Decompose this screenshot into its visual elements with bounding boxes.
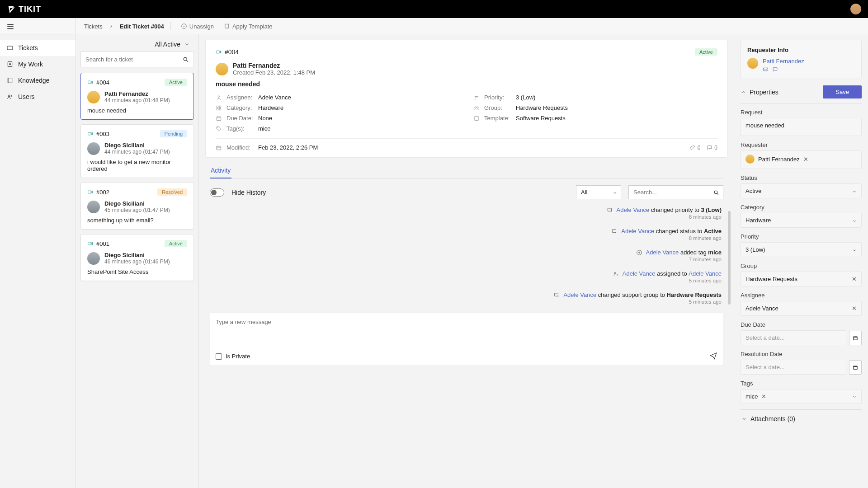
ticket-time: 45 minutes ago (01:47 PM) bbox=[104, 207, 170, 213]
chat-icon[interactable] bbox=[772, 66, 778, 72]
requester-title: Requester Info bbox=[747, 47, 855, 53]
activity-filter[interactable]: All bbox=[576, 185, 621, 199]
ticket-type-icon bbox=[87, 189, 94, 195]
ticket-title: mouse needed bbox=[87, 107, 187, 114]
category-icon bbox=[216, 105, 222, 111]
nav-users[interactable]: Users bbox=[0, 89, 75, 105]
checkbox-icon bbox=[216, 353, 222, 360]
clear-icon[interactable]: ✕ bbox=[761, 393, 766, 400]
clear-icon[interactable]: ✕ bbox=[852, 276, 857, 282]
nav-mywork[interactable]: My Work bbox=[0, 56, 75, 72]
category-select[interactable]: Hardware bbox=[741, 213, 862, 228]
calendar-button[interactable] bbox=[849, 331, 862, 345]
duedate-input[interactable]: Select a date... bbox=[741, 330, 846, 345]
template-icon bbox=[473, 115, 480, 122]
ticket-id: #002 bbox=[96, 189, 109, 196]
send-button[interactable] bbox=[709, 352, 717, 361]
filter-dropdown[interactable]: All Active bbox=[76, 34, 198, 52]
priority-select[interactable]: 3 (Low) bbox=[741, 242, 862, 257]
ticket-column: All Active #004 Active Patti Fernandez 4… bbox=[76, 34, 199, 488]
user-avatar-top[interactable] bbox=[850, 4, 861, 14]
activity-item: Adele Vance assigned to Adele Vance 5 mi… bbox=[212, 270, 722, 283]
activity-time: 8 minutes ago bbox=[212, 235, 722, 241]
search-icon bbox=[713, 190, 719, 196]
ticket-title: something up with email? bbox=[87, 217, 187, 224]
activity-search[interactable] bbox=[628, 185, 723, 199]
user-avatar bbox=[87, 201, 100, 213]
priority-icon bbox=[473, 94, 480, 101]
attachments-header[interactable]: Attachments (0) bbox=[741, 409, 862, 424]
activity-icon bbox=[613, 271, 619, 277]
logo-icon bbox=[7, 4, 17, 14]
chevron-down-icon bbox=[741, 416, 747, 422]
detail-avatar bbox=[216, 63, 228, 75]
topbar: TIKIT bbox=[0, 0, 868, 18]
tags-input[interactable]: mice✕ bbox=[741, 389, 862, 404]
user-avatar bbox=[87, 91, 100, 103]
modified-icon bbox=[216, 145, 222, 151]
template-icon bbox=[224, 23, 230, 29]
nav-tickets[interactable]: Tickets bbox=[0, 40, 75, 56]
resdate-input[interactable]: Select a date... bbox=[741, 360, 846, 375]
detail-user: Patti Fernandez bbox=[233, 62, 315, 69]
assignee-input[interactable]: Adele Vance✕ bbox=[741, 301, 862, 316]
ticket-time: 44 minutes ago (01:47 PM) bbox=[104, 149, 170, 155]
clear-icon[interactable]: ✕ bbox=[852, 305, 857, 312]
save-button[interactable]: Save bbox=[823, 85, 862, 99]
properties-header[interactable]: Properties bbox=[741, 89, 778, 96]
compose-input[interactable] bbox=[210, 313, 723, 347]
requester-avatar bbox=[747, 58, 758, 69]
comment-icon bbox=[707, 145, 712, 150]
chevron-down-icon bbox=[613, 191, 617, 195]
clear-icon[interactable]: ✕ bbox=[803, 156, 808, 163]
tab-activity[interactable]: Activity bbox=[210, 163, 231, 178]
status-badge: Resolved bbox=[157, 188, 187, 196]
unassign-label: Unassign bbox=[189, 23, 214, 30]
apply-template-action[interactable]: Apply Template bbox=[224, 23, 273, 30]
sidebar-toggle[interactable] bbox=[0, 18, 76, 37]
requester-input[interactable]: Patti Fernandez✕ bbox=[741, 150, 862, 169]
activity-search-input[interactable] bbox=[629, 186, 723, 199]
brand-text: TIKIT bbox=[19, 5, 41, 14]
requester-name[interactable]: Patti Fernandez bbox=[763, 58, 804, 65]
status-badge: Active bbox=[695, 48, 717, 56]
detail-id: #004 bbox=[225, 48, 239, 56]
unassign-action[interactable]: Unassign bbox=[181, 23, 214, 30]
hide-history-label: Hide History bbox=[231, 189, 569, 196]
ticket-card[interactable]: #003 Pending Diego Siciliani 44 minutes … bbox=[80, 124, 194, 178]
ticket-search-input[interactable] bbox=[81, 52, 193, 67]
detail-created: Created Feb 23, 2022, 1:48 PM bbox=[233, 69, 315, 76]
mini-avatar bbox=[745, 155, 755, 164]
ticket-card[interactable]: #001 Active Diego Siciliani 46 minutes a… bbox=[80, 234, 194, 281]
scrollbar[interactable] bbox=[728, 211, 731, 305]
status-select[interactable]: Active bbox=[741, 183, 862, 198]
brand-logo: TIKIT bbox=[7, 4, 41, 14]
activity-icon bbox=[607, 207, 613, 213]
mail-icon[interactable] bbox=[763, 66, 769, 72]
ticket-card[interactable]: #002 Resolved Diego Siciliani 45 minutes… bbox=[80, 183, 194, 230]
ticket-type-icon bbox=[87, 131, 94, 137]
private-checkbox[interactable]: Is Private bbox=[216, 353, 250, 360]
activity-icon bbox=[553, 292, 560, 298]
user-name: Diego Siciliani bbox=[104, 200, 170, 207]
nav-label: Users bbox=[18, 93, 35, 100]
nav-knowledge[interactable]: Knowledge bbox=[0, 72, 75, 89]
ticket-search[interactable] bbox=[80, 52, 194, 67]
calendar-button[interactable] bbox=[849, 360, 862, 375]
activity-icon bbox=[611, 228, 618, 235]
mywork-icon bbox=[6, 61, 14, 68]
ticket-title: i would like to get a new monitor ordere… bbox=[87, 159, 187, 172]
user-name: Diego Siciliani bbox=[104, 142, 170, 149]
apply-template-label: Apply Template bbox=[232, 23, 273, 30]
activity-time: 8 minutes ago bbox=[212, 214, 722, 220]
breadcrumb-root[interactable]: Tickets bbox=[84, 23, 103, 30]
user-name: Diego Siciliani bbox=[104, 252, 170, 258]
duedate-icon bbox=[216, 115, 222, 122]
group-input[interactable]: Hardware Requests✕ bbox=[741, 272, 862, 286]
hide-history-toggle[interactable] bbox=[210, 188, 224, 197]
activity-item: Adele Vance changed priority to 3 (Low) … bbox=[212, 206, 722, 220]
request-input[interactable]: mouse needed bbox=[741, 118, 862, 136]
ticket-card[interactable]: #004 Active Patti Fernandez 44 minutes a… bbox=[80, 73, 194, 120]
breadcrumb: Tickets Edit Ticket #004 Unassign Apply … bbox=[76, 18, 868, 34]
ticket-type-icon bbox=[216, 49, 222, 55]
